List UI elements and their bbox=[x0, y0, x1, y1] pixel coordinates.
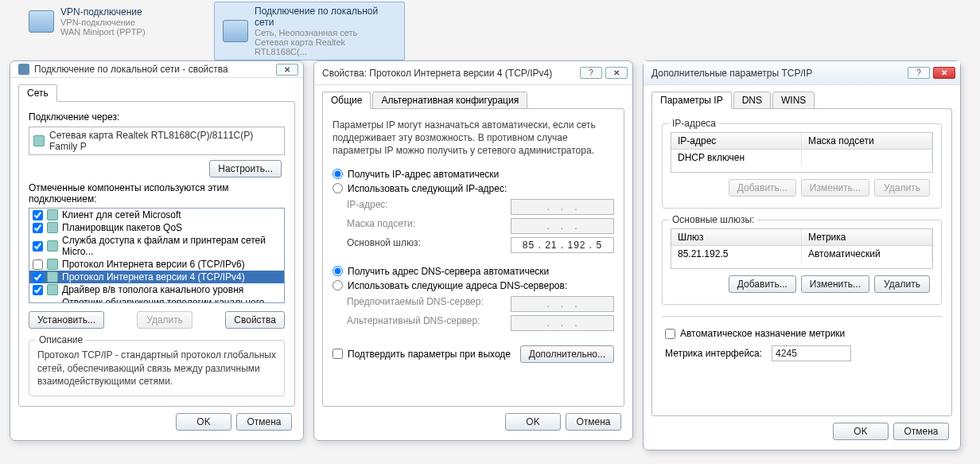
protocol-icon bbox=[47, 284, 58, 295]
intro-text: Параметры IP могут назначаться автоматич… bbox=[332, 119, 614, 158]
component-label: Планировщик пакетов QoS bbox=[62, 222, 182, 233]
protocol-icon bbox=[47, 209, 58, 220]
edit-button[interactable]: Изменить... bbox=[801, 275, 869, 293]
dns1-input: . . . bbox=[511, 296, 614, 312]
component-label: Протокол Интернета версии 6 (TCP/IPv6) bbox=[62, 259, 245, 270]
dlg-title: Дополнительные параметры TCP/IP bbox=[651, 68, 908, 79]
adapter-box[interactable]: Сетевая карта Realtek RTL8168C(P)/8111C(… bbox=[29, 127, 285, 155]
if-metric-input[interactable] bbox=[772, 345, 851, 361]
dlg-title: Свойства: Протокол Интернета версии 4 (T… bbox=[322, 68, 580, 79]
network-icon bbox=[18, 64, 29, 75]
connect-via-label: Подключение через: bbox=[29, 111, 285, 123]
network-icon bbox=[223, 20, 248, 42]
col-ip: IP-адрес bbox=[671, 133, 802, 149]
cancel-button[interactable]: Отмена bbox=[893, 423, 949, 440]
dlg-advanced-tcpip: Дополнительные параметры TCP/IP ? ✕ Пара… bbox=[643, 60, 961, 450]
titlebar[interactable]: Свойства: Протокол Интернета версии 4 (T… bbox=[314, 61, 632, 85]
protocol-icon bbox=[47, 259, 58, 270]
uninstall-button: Удалить bbox=[137, 311, 192, 329]
ip-label: IP-адрес: bbox=[347, 199, 388, 215]
dlg-title: Подключение по локальной сети - свойства bbox=[34, 64, 276, 75]
net-sub: Сетевая карта Realtek RTL8168C(... bbox=[255, 37, 396, 57]
cancel-button[interactable]: Отмена bbox=[236, 413, 292, 431]
titlebar[interactable]: Дополнительные параметры TCP/IP ? ✕ bbox=[644, 61, 960, 85]
add-button: Добавить... bbox=[729, 179, 796, 197]
component-item[interactable]: Служба доступа к файлам и принтерам сете… bbox=[29, 234, 284, 258]
component-item[interactable]: Ответчик обнаружения топологии канальног… bbox=[29, 296, 284, 303]
install-button[interactable]: Установить... bbox=[29, 311, 104, 329]
net-title: VPN-подключение bbox=[60, 6, 146, 18]
confirm-on-exit-checkbox[interactable]: Подтвердить параметры при выходе bbox=[332, 347, 511, 361]
tab-dns[interactable]: DNS bbox=[733, 92, 771, 109]
ip-table[interactable]: IP-адрес Маска подсети DHCP включен bbox=[671, 132, 933, 173]
titlebar[interactable]: Подключение по локальной сети - свойства… bbox=[10, 61, 303, 78]
if-metric-label: Метрика интерфейса: bbox=[665, 348, 762, 359]
component-label: Драйвер в/в тополога канального уровня bbox=[62, 284, 243, 295]
col-gateway: Шлюз bbox=[671, 229, 802, 245]
col-metric: Метрика bbox=[802, 229, 932, 245]
components-list[interactable]: Клиент для сетей MicrosoftПланировщик па… bbox=[29, 208, 285, 303]
delete-button[interactable]: Удалить bbox=[874, 275, 930, 293]
component-label: Протокол Интернета версии 4 (TCP/IPv4) bbox=[62, 271, 245, 283]
ok-button[interactable]: OK bbox=[833, 423, 889, 440]
auto-metric-checkbox[interactable]: Автоматическое назначение метрики bbox=[665, 326, 939, 341]
close-button[interactable]: ✕ bbox=[605, 67, 628, 79]
tab-general[interactable]: Общие bbox=[322, 92, 371, 109]
gateway-label: Основной шлюз: bbox=[347, 237, 421, 253]
table-row[interactable]: 85.21.192.5 Автоматический bbox=[671, 246, 932, 262]
component-label: Ответчик обнаружения топологии канальног… bbox=[62, 297, 281, 303]
radio-ip-manual[interactable]: Использовать следующий IP-адрес: bbox=[332, 181, 614, 196]
component-label: Клиент для сетей Microsoft bbox=[62, 209, 181, 220]
edit-button: Изменить... bbox=[801, 179, 869, 197]
net-item-vpn[interactable]: VPN-подключение VPN-подключение WAN Mini… bbox=[21, 3, 154, 40]
network-icon bbox=[29, 10, 54, 33]
dlg-ipv4-properties: Свойства: Протокол Интернета версии 4 (T… bbox=[313, 60, 633, 441]
adapter-name: Сетевая карта Realtek RTL8168C(P)/8111C(… bbox=[49, 130, 280, 152]
properties-button[interactable]: Свойства bbox=[225, 311, 285, 329]
component-label: Служба доступа к файлам и принтерам сете… bbox=[62, 235, 281, 257]
close-button[interactable]: ✕ bbox=[276, 64, 298, 76]
close-button[interactable]: ✕ bbox=[933, 67, 955, 79]
net-title: Подключение по локальной сети bbox=[255, 6, 396, 28]
help-button[interactable]: ? bbox=[580, 67, 602, 79]
tab-alternative[interactable]: Альтернативная конфигурация bbox=[372, 92, 527, 109]
protocol-icon bbox=[47, 271, 58, 283]
protocol-icon bbox=[47, 240, 58, 251]
dns1-label: Предпочитаемый DNS-сервер: bbox=[347, 296, 484, 312]
description-legend: Описание bbox=[36, 334, 86, 345]
radio-dns-manual[interactable]: Использовать следующие адреса DNS-сервер… bbox=[332, 279, 614, 293]
component-item[interactable]: Протокол Интернета версии 6 (TCP/IPv6) bbox=[29, 258, 284, 271]
component-item[interactable]: Планировщик пакетов QoS bbox=[29, 221, 284, 234]
radio-dns-auto[interactable]: Получить адрес DNS-сервера автоматически bbox=[332, 264, 614, 279]
net-sub: VPN-подключение bbox=[60, 18, 146, 27]
gateway-input[interactable]: 85 . 21 . 192 . 5 bbox=[511, 237, 614, 253]
col-mask: Маска подсети bbox=[802, 133, 932, 149]
component-item[interactable]: Протокол Интернета версии 4 (TCP/IPv4) bbox=[29, 271, 284, 283]
tab-wins[interactable]: WINS bbox=[772, 92, 815, 109]
gateways-legend: Основные шлюзы: bbox=[669, 214, 757, 225]
ok-button[interactable]: OK bbox=[505, 413, 561, 431]
cancel-button[interactable]: Отмена bbox=[566, 413, 621, 431]
delete-button: Удалить bbox=[874, 179, 930, 197]
component-item[interactable]: Клиент для сетей Microsoft bbox=[29, 209, 284, 221]
table-row[interactable]: DHCP включен bbox=[671, 150, 932, 166]
tab-network[interactable]: Сеть bbox=[18, 84, 57, 102]
add-button[interactable]: Добавить... bbox=[729, 275, 796, 293]
nic-icon bbox=[33, 135, 45, 146]
tab-ip-params[interactable]: Параметры IP bbox=[651, 92, 732, 109]
mask-input: . . . bbox=[511, 218, 614, 234]
dns2-input: . . . bbox=[511, 315, 614, 331]
component-item[interactable]: Драйвер в/в тополога канального уровня bbox=[29, 283, 284, 296]
radio-ip-auto[interactable]: Получить IP-адрес автоматически bbox=[332, 167, 614, 181]
net-item-lan[interactable]: Подключение по локальной сети Сеть, Неоп… bbox=[214, 2, 405, 60]
ok-button[interactable]: OK bbox=[176, 413, 231, 431]
configure-button[interactable]: Настроить... bbox=[209, 160, 282, 177]
description-text: Протокол TCP/IP - стандартный протокол г… bbox=[37, 349, 276, 388]
advanced-button[interactable]: Дополнительно... bbox=[520, 345, 614, 363]
ip-input: . . . bbox=[511, 199, 614, 215]
help-button[interactable]: ? bbox=[908, 67, 930, 79]
protocol-icon bbox=[47, 222, 58, 233]
mask-label: Маска подсети: bbox=[347, 218, 415, 234]
gateways-table[interactable]: Шлюз Метрика 85.21.192.5 Автоматический bbox=[671, 228, 933, 269]
dlg-connection-properties: Подключение по локальной сети - свойства… bbox=[10, 60, 304, 441]
